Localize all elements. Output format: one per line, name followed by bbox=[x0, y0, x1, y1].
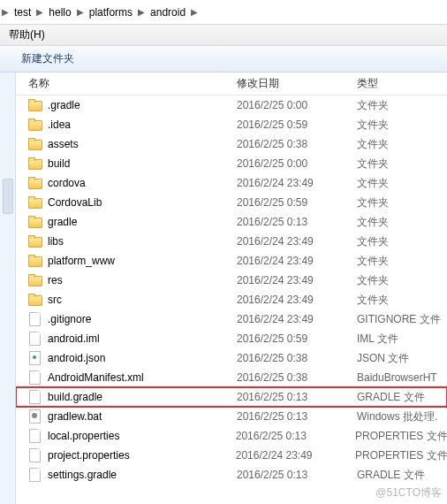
file-date: 2016/2/24 23:49 bbox=[237, 274, 352, 286]
file-date: 2016/2/25 0:38 bbox=[237, 352, 352, 364]
file-row[interactable]: android.iml2016/2/25 0:59IML 文件 bbox=[16, 329, 447, 348]
file-name: .gradle bbox=[48, 99, 80, 111]
file-type: Windows 批处理. bbox=[352, 409, 437, 424]
folder-icon bbox=[28, 118, 42, 132]
file-icon bbox=[28, 468, 42, 482]
file-row[interactable]: gradlew.bat2016/2/25 0:13Windows 批处理. bbox=[16, 407, 447, 426]
file-row[interactable]: settings.gradle2016/2/25 0:13GRADLE 文件 bbox=[16, 465, 447, 485]
file-type: GITIGNORE 文件 bbox=[352, 312, 441, 327]
file-name: gradle bbox=[48, 216, 77, 228]
folder-icon bbox=[28, 195, 42, 210]
file-name: .gitignore bbox=[48, 313, 91, 325]
file-icon bbox=[28, 312, 42, 326]
file-name: local.properties bbox=[48, 430, 119, 442]
breadcrumb-sep-icon: ▶ bbox=[138, 7, 145, 17]
file-name: gradlew.bat bbox=[48, 410, 102, 423]
file-row[interactable]: .idea2016/2/25 0:59文件夹 bbox=[16, 115, 447, 134]
file-type: 文件夹 bbox=[352, 157, 389, 172]
file-name: android.json bbox=[48, 352, 105, 364]
header-date[interactable]: 修改日期 bbox=[237, 76, 352, 91]
file-row[interactable]: .gradle2016/2/25 0:00文件夹 bbox=[16, 95, 447, 115]
file-type: GRADLE 文件 bbox=[352, 468, 425, 483]
file-name: build.gradle bbox=[48, 391, 102, 403]
header-type[interactable]: 类型 bbox=[352, 76, 378, 91]
file-type: 文件夹 bbox=[352, 293, 389, 308]
breadcrumb-item[interactable]: test bbox=[9, 6, 36, 19]
file-date: 2016/2/25 0:00 bbox=[237, 157, 352, 170]
file-row[interactable]: libs2016/2/24 23:49文件夹 bbox=[16, 232, 447, 251]
file-name: platform_www bbox=[48, 255, 115, 267]
file-type: PROPERTIES 文件 bbox=[350, 448, 447, 463]
file-type: 文件夹 bbox=[352, 98, 389, 113]
file-name: CordovaLib bbox=[48, 196, 102, 209]
breadcrumb-sep-icon: ▶ bbox=[191, 7, 198, 17]
file-icon bbox=[28, 351, 42, 365]
file-row[interactable]: .gitignore2016/2/24 23:49GITIGNORE 文件 bbox=[16, 309, 447, 329]
file-name: res bbox=[48, 274, 63, 286]
watermark: @51CTO博客 bbox=[375, 485, 442, 500]
file-row[interactable]: assets2016/2/25 0:38文件夹 bbox=[16, 134, 447, 154]
breadcrumb-item[interactable]: platforms bbox=[84, 6, 138, 19]
file-rows: .gradle2016/2/25 0:00文件夹.idea2016/2/25 0… bbox=[16, 95, 447, 485]
nav-handle[interactable] bbox=[3, 179, 13, 214]
file-type: 文件夹 bbox=[352, 137, 389, 152]
file-name: src bbox=[48, 294, 62, 306]
file-icon bbox=[28, 370, 42, 385]
file-date: 2016/2/25 0:13 bbox=[237, 216, 352, 228]
file-row[interactable]: AndroidManifest.xml2016/2/25 0:38BaiduBr… bbox=[16, 368, 447, 387]
file-date: 2016/2/25 0:38 bbox=[237, 138, 352, 150]
file-type: 文件夹 bbox=[352, 273, 389, 288]
file-icon bbox=[28, 390, 42, 404]
file-row[interactable]: local.properties2016/2/25 0:13PROPERTIES… bbox=[16, 426, 447, 446]
file-type: 文件夹 bbox=[352, 254, 389, 269]
file-row[interactable]: build2016/2/25 0:00文件夹 bbox=[16, 154, 447, 173]
file-icon bbox=[28, 429, 42, 443]
file-name: settings.gradle bbox=[48, 469, 117, 481]
file-type: 文件夹 bbox=[352, 176, 389, 191]
folder-icon bbox=[28, 273, 42, 287]
file-row[interactable]: gradle2016/2/25 0:13文件夹 bbox=[16, 212, 447, 232]
header-name[interactable]: 名称 bbox=[16, 76, 237, 91]
file-date: 2016/2/24 23:49 bbox=[237, 313, 352, 325]
file-name: assets bbox=[48, 138, 79, 150]
file-date: 2016/2/25 0:13 bbox=[237, 469, 352, 481]
file-type: JSON 文件 bbox=[352, 351, 409, 366]
file-date: 2016/2/25 0:59 bbox=[237, 332, 352, 345]
file-type: 文件夹 bbox=[352, 195, 389, 210]
breadcrumb[interactable]: ▶ test ▶ hello ▶ platforms ▶ android ▶ bbox=[0, 0, 447, 25]
file-name: project.properties bbox=[48, 449, 130, 462]
main-area: 名称 修改日期 类型 .gradle2016/2/25 0:00文件夹.idea… bbox=[0, 73, 447, 504]
breadcrumb-item[interactable]: android bbox=[145, 6, 191, 19]
file-name: android.iml bbox=[48, 332, 100, 345]
breadcrumb-sep-icon: ▶ bbox=[2, 7, 9, 17]
toolbar: 新建文件夹 bbox=[0, 46, 447, 73]
file-row[interactable]: project.properties2016/2/24 23:49PROPERT… bbox=[16, 446, 447, 465]
file-type: PROPERTIES 文件 bbox=[350, 429, 447, 444]
file-date: 2016/2/25 0:13 bbox=[237, 391, 352, 403]
folder-icon bbox=[28, 137, 42, 151]
file-row[interactable]: res2016/2/24 23:49文件夹 bbox=[16, 271, 447, 290]
file-date: 2016/2/25 0:59 bbox=[237, 118, 352, 131]
folder-icon bbox=[28, 293, 42, 307]
file-type: 文件夹 bbox=[352, 234, 389, 249]
menu-help[interactable]: 帮助(H) bbox=[4, 27, 50, 42]
new-folder-button[interactable]: 新建文件夹 bbox=[16, 50, 80, 68]
file-row[interactable]: src2016/2/24 23:49文件夹 bbox=[16, 290, 447, 309]
folder-icon bbox=[28, 234, 42, 248]
file-row[interactable]: CordovaLib2016/2/25 0:59文件夹 bbox=[16, 193, 447, 212]
nav-pane-collapsed[interactable] bbox=[0, 73, 16, 504]
file-type: 文件夹 bbox=[352, 118, 389, 133]
file-name: AndroidManifest.xml bbox=[48, 371, 144, 384]
file-icon bbox=[28, 332, 42, 346]
file-row[interactable]: android.json2016/2/25 0:38JSON 文件 bbox=[16, 348, 447, 368]
file-date: 2016/2/25 0:38 bbox=[237, 371, 352, 384]
file-date: 2016/2/24 23:49 bbox=[237, 255, 352, 267]
breadcrumb-item[interactable]: hello bbox=[43, 6, 76, 19]
file-row[interactable]: platform_www2016/2/24 23:49文件夹 bbox=[16, 251, 447, 271]
column-headers: 名称 修改日期 类型 bbox=[16, 73, 447, 95]
file-type: 文件夹 bbox=[352, 215, 389, 230]
file-row[interactable]: cordova2016/2/24 23:49文件夹 bbox=[16, 173, 447, 193]
folder-icon bbox=[28, 254, 42, 268]
file-row[interactable]: build.gradle2016/2/25 0:13GRADLE 文件 bbox=[16, 387, 447, 407]
menu-bar: 帮助(H) bbox=[0, 25, 447, 46]
